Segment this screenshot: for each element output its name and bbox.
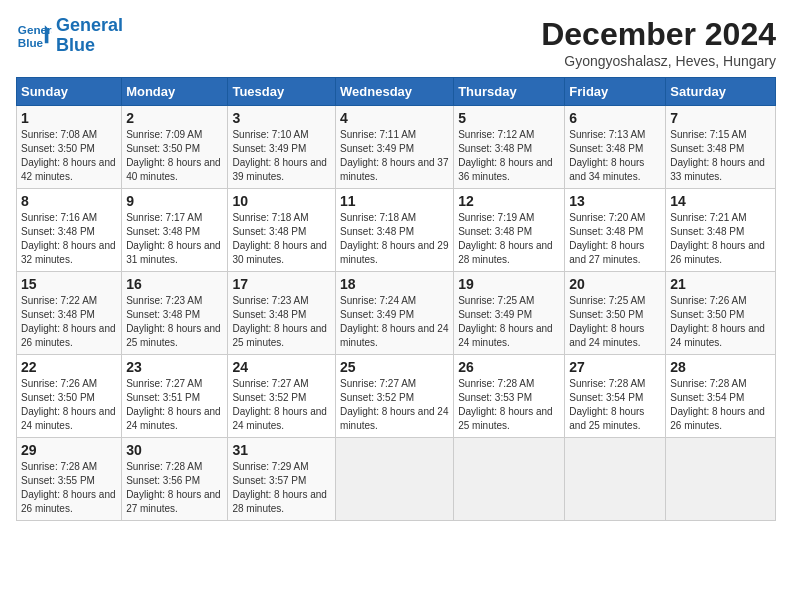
calendar-cell: 31Sunrise: 7:29 AMSunset: 3:57 PMDayligh… [228,438,336,521]
day-info: Sunrise: 7:28 AMSunset: 3:56 PMDaylight:… [126,461,221,514]
day-number: 16 [126,276,223,292]
calendar-table: SundayMondayTuesdayWednesdayThursdayFrid… [16,77,776,521]
calendar-cell: 28Sunrise: 7:28 AMSunset: 3:54 PMDayligh… [666,355,776,438]
header-saturday: Saturday [666,78,776,106]
calendar-cell: 20Sunrise: 7:25 AMSunset: 3:50 PMDayligh… [565,272,666,355]
calendar-cell: 15Sunrise: 7:22 AMSunset: 3:48 PMDayligh… [17,272,122,355]
day-info: Sunrise: 7:17 AMSunset: 3:48 PMDaylight:… [126,212,221,265]
day-info: Sunrise: 7:22 AMSunset: 3:48 PMDaylight:… [21,295,116,348]
day-info: Sunrise: 7:29 AMSunset: 3:57 PMDaylight:… [232,461,327,514]
calendar-cell: 22Sunrise: 7:26 AMSunset: 3:50 PMDayligh… [17,355,122,438]
day-info: Sunrise: 7:28 AMSunset: 3:54 PMDaylight:… [569,378,645,431]
day-info: Sunrise: 7:20 AMSunset: 3:48 PMDaylight:… [569,212,645,265]
day-info: Sunrise: 7:19 AMSunset: 3:48 PMDaylight:… [458,212,553,265]
day-number: 29 [21,442,117,458]
logo-text: General Blue [56,16,123,56]
calendar-cell: 18Sunrise: 7:24 AMSunset: 3:49 PMDayligh… [336,272,454,355]
day-info: Sunrise: 7:25 AMSunset: 3:50 PMDaylight:… [569,295,645,348]
week-row-4: 29Sunrise: 7:28 AMSunset: 3:55 PMDayligh… [17,438,776,521]
day-number: 20 [569,276,661,292]
day-number: 5 [458,110,560,126]
header-tuesday: Tuesday [228,78,336,106]
calendar-cell [454,438,565,521]
logo: General Blue General Blue [16,16,123,56]
day-info: Sunrise: 7:15 AMSunset: 3:48 PMDaylight:… [670,129,765,182]
day-number: 12 [458,193,560,209]
calendar-cell: 19Sunrise: 7:25 AMSunset: 3:49 PMDayligh… [454,272,565,355]
logo-line2: Blue [56,35,95,55]
day-info: Sunrise: 7:28 AMSunset: 3:54 PMDaylight:… [670,378,765,431]
day-number: 1 [21,110,117,126]
day-info: Sunrise: 7:28 AMSunset: 3:53 PMDaylight:… [458,378,553,431]
day-number: 25 [340,359,449,375]
logo-line1: General [56,15,123,35]
day-info: Sunrise: 7:26 AMSunset: 3:50 PMDaylight:… [21,378,116,431]
day-number: 24 [232,359,331,375]
day-number: 9 [126,193,223,209]
day-info: Sunrise: 7:27 AMSunset: 3:52 PMDaylight:… [340,378,448,431]
calendar-cell: 11Sunrise: 7:18 AMSunset: 3:48 PMDayligh… [336,189,454,272]
calendar-cell [666,438,776,521]
day-number: 31 [232,442,331,458]
day-info: Sunrise: 7:18 AMSunset: 3:48 PMDaylight:… [340,212,448,265]
day-info: Sunrise: 7:27 AMSunset: 3:51 PMDaylight:… [126,378,221,431]
week-row-1: 8Sunrise: 7:16 AMSunset: 3:48 PMDaylight… [17,189,776,272]
day-number: 15 [21,276,117,292]
day-number: 3 [232,110,331,126]
subtitle: Gyongyoshalasz, Heves, Hungary [541,53,776,69]
day-number: 30 [126,442,223,458]
day-number: 10 [232,193,331,209]
day-number: 6 [569,110,661,126]
calendar-cell: 8Sunrise: 7:16 AMSunset: 3:48 PMDaylight… [17,189,122,272]
day-number: 22 [21,359,117,375]
calendar-cell: 25Sunrise: 7:27 AMSunset: 3:52 PMDayligh… [336,355,454,438]
calendar-cell: 17Sunrise: 7:23 AMSunset: 3:48 PMDayligh… [228,272,336,355]
day-number: 28 [670,359,771,375]
calendar-cell: 16Sunrise: 7:23 AMSunset: 3:48 PMDayligh… [122,272,228,355]
header-wednesday: Wednesday [336,78,454,106]
week-row-0: 1Sunrise: 7:08 AMSunset: 3:50 PMDaylight… [17,106,776,189]
main-title: December 2024 [541,16,776,53]
day-info: Sunrise: 7:25 AMSunset: 3:49 PMDaylight:… [458,295,553,348]
day-number: 23 [126,359,223,375]
calendar-cell: 6Sunrise: 7:13 AMSunset: 3:48 PMDaylight… [565,106,666,189]
day-info: Sunrise: 7:09 AMSunset: 3:50 PMDaylight:… [126,129,221,182]
day-info: Sunrise: 7:23 AMSunset: 3:48 PMDaylight:… [232,295,327,348]
day-number: 18 [340,276,449,292]
calendar-cell: 30Sunrise: 7:28 AMSunset: 3:56 PMDayligh… [122,438,228,521]
logo-icon: General Blue [16,18,52,54]
calendar-cell: 21Sunrise: 7:26 AMSunset: 3:50 PMDayligh… [666,272,776,355]
svg-text:Blue: Blue [18,36,44,49]
header: General Blue General Blue December 2024 … [16,16,776,69]
calendar-cell: 9Sunrise: 7:17 AMSunset: 3:48 PMDaylight… [122,189,228,272]
day-info: Sunrise: 7:26 AMSunset: 3:50 PMDaylight:… [670,295,765,348]
calendar-cell: 10Sunrise: 7:18 AMSunset: 3:48 PMDayligh… [228,189,336,272]
calendar-cell: 1Sunrise: 7:08 AMSunset: 3:50 PMDaylight… [17,106,122,189]
calendar-cell: 5Sunrise: 7:12 AMSunset: 3:48 PMDaylight… [454,106,565,189]
week-row-2: 15Sunrise: 7:22 AMSunset: 3:48 PMDayligh… [17,272,776,355]
header-monday: Monday [122,78,228,106]
calendar-cell: 2Sunrise: 7:09 AMSunset: 3:50 PMDaylight… [122,106,228,189]
day-info: Sunrise: 7:27 AMSunset: 3:52 PMDaylight:… [232,378,327,431]
calendar-cell [565,438,666,521]
calendar-cell: 24Sunrise: 7:27 AMSunset: 3:52 PMDayligh… [228,355,336,438]
calendar-cell: 12Sunrise: 7:19 AMSunset: 3:48 PMDayligh… [454,189,565,272]
day-info: Sunrise: 7:10 AMSunset: 3:49 PMDaylight:… [232,129,327,182]
calendar-cell: 7Sunrise: 7:15 AMSunset: 3:48 PMDaylight… [666,106,776,189]
calendar-cell: 14Sunrise: 7:21 AMSunset: 3:48 PMDayligh… [666,189,776,272]
calendar-cell: 29Sunrise: 7:28 AMSunset: 3:55 PMDayligh… [17,438,122,521]
day-number: 21 [670,276,771,292]
day-number: 7 [670,110,771,126]
header-sunday: Sunday [17,78,122,106]
day-number: 11 [340,193,449,209]
calendar-cell: 13Sunrise: 7:20 AMSunset: 3:48 PMDayligh… [565,189,666,272]
day-info: Sunrise: 7:18 AMSunset: 3:48 PMDaylight:… [232,212,327,265]
day-number: 4 [340,110,449,126]
day-info: Sunrise: 7:23 AMSunset: 3:48 PMDaylight:… [126,295,221,348]
day-number: 13 [569,193,661,209]
calendar-cell: 23Sunrise: 7:27 AMSunset: 3:51 PMDayligh… [122,355,228,438]
header-friday: Friday [565,78,666,106]
calendar-cell: 27Sunrise: 7:28 AMSunset: 3:54 PMDayligh… [565,355,666,438]
day-number: 27 [569,359,661,375]
day-number: 17 [232,276,331,292]
